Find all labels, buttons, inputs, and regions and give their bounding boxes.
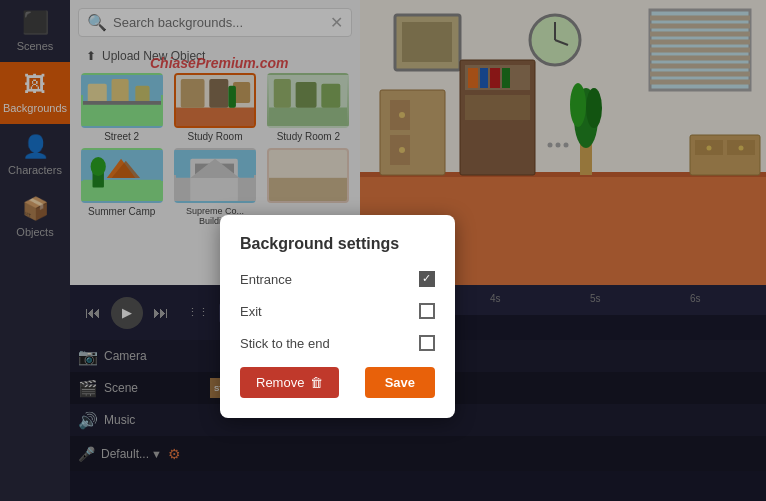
entrance-row: Entrance — [240, 271, 435, 287]
exit-checkbox[interactable] — [419, 303, 435, 319]
exit-row: Exit — [240, 303, 435, 319]
stick-label: Stick to the end — [240, 336, 330, 351]
background-settings-modal: Background settings Entrance Exit Stick … — [220, 215, 455, 418]
modal-buttons: Remove 🗑 Save — [240, 367, 435, 398]
remove-button[interactable]: Remove 🗑 — [240, 367, 339, 398]
entrance-label: Entrance — [240, 272, 292, 287]
save-label: Save — [385, 375, 415, 390]
modal-overlay: Background settings Entrance Exit Stick … — [0, 0, 766, 501]
remove-label: Remove — [256, 375, 304, 390]
exit-label: Exit — [240, 304, 262, 319]
trash-icon: 🗑 — [310, 375, 323, 390]
stick-checkbox[interactable] — [419, 335, 435, 351]
entrance-checkbox[interactable] — [419, 271, 435, 287]
modal-title: Background settings — [240, 235, 435, 253]
save-button[interactable]: Save — [365, 367, 435, 398]
stick-row: Stick to the end — [240, 335, 435, 351]
